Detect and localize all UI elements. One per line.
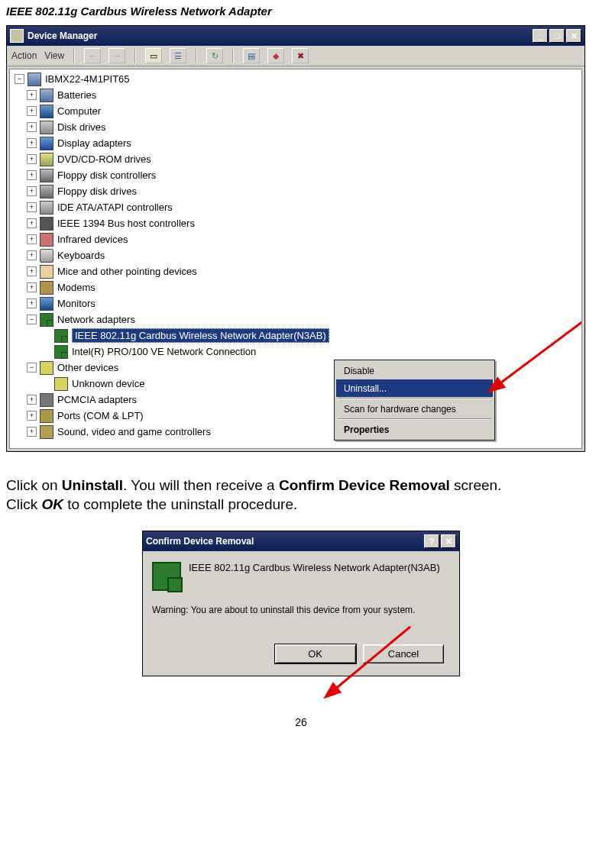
expand-icon[interactable]: +	[27, 234, 37, 244]
menu-action[interactable]: Action	[11, 50, 37, 61]
display-icon	[40, 137, 53, 150]
tree-item-label: Sound, video and game controllers	[57, 426, 211, 437]
warning-text: Warning: You are about to uninstall this…	[152, 605, 450, 615]
tree-item[interactable]: +Floppy disk controllers	[10, 167, 581, 183]
tree-item[interactable]: +DVD/CD-ROM drives	[10, 151, 581, 167]
confirm-device-removal-dialog: Confirm Device Removal ? ✕ IEEE 802.11g …	[142, 531, 460, 676]
toolbar-icon[interactable]: ▤	[243, 48, 260, 63]
tree-item[interactable]: +Ports (COM & LPT)	[10, 408, 581, 424]
battery-icon	[40, 89, 53, 102]
expand-icon[interactable]: +	[27, 411, 37, 421]
toolbar-icon[interactable]: ✖	[292, 48, 309, 63]
help-button[interactable]: ?	[424, 534, 439, 548]
tree-item[interactable]: +Infrared devices	[10, 231, 581, 247]
device-name-label: IEEE 802.11g Cardbus Wireless Network Ad…	[189, 562, 440, 573]
menu-item-properties[interactable]: Properties	[336, 421, 493, 438]
mouse-icon	[40, 265, 53, 279]
computer-icon	[28, 73, 41, 86]
device-tree: − IBMX22-4M1PIT65 +Batteries +Computer +…	[9, 69, 582, 449]
tree-item[interactable]: +Monitors	[10, 295, 581, 311]
computer-icon	[40, 105, 53, 118]
menu-item-scan[interactable]: Scan for hardware changes	[336, 400, 493, 418]
tree-item-label: Mice and other pointing devices	[57, 266, 197, 277]
device-manager-window: Device Manager _ □ ✕ Action View ← → ▭ ☰…	[6, 25, 585, 452]
tree-item[interactable]: +Display adapters	[10, 135, 581, 151]
tree-item-label: Keyboards	[57, 250, 105, 261]
port-icon	[40, 409, 53, 423]
disk-icon	[40, 121, 53, 134]
tree-root[interactable]: − IBMX22-4M1PIT65	[10, 71, 581, 87]
expand-icon[interactable]: +	[27, 427, 37, 437]
tree-item[interactable]: +Mice and other pointing devices	[10, 263, 581, 279]
expand-icon[interactable]: +	[27, 170, 37, 180]
nav-back-button[interactable]: ←	[84, 48, 101, 63]
expand-icon[interactable]: +	[27, 186, 37, 196]
tree-item[interactable]: +Disk drives	[10, 119, 581, 135]
minimize-button[interactable]: _	[533, 29, 548, 43]
expand-icon[interactable]: +	[27, 395, 37, 405]
sound-icon	[40, 425, 53, 439]
nav-forward-button[interactable]: →	[108, 48, 125, 63]
tree-item-label: Computer	[57, 105, 101, 117]
dialog-title: Confirm Device Removal	[146, 536, 254, 547]
expand-icon[interactable]: +	[27, 266, 37, 276]
menu-item-uninstall[interactable]: Uninstall...	[336, 379, 493, 397]
expand-icon[interactable]: +	[27, 202, 37, 212]
monitor-icon	[40, 297, 53, 311]
toolbar-icon[interactable]: ◆	[267, 48, 284, 63]
menu-separator	[338, 398, 491, 399]
expand-icon[interactable]: +	[27, 106, 37, 116]
ok-button[interactable]: OK	[275, 644, 356, 663]
window-title: Device Manager	[28, 31, 97, 41]
instruction-text: Click on Uninstall. You will then receiv…	[6, 476, 596, 514]
tree-item[interactable]: +Sound, video and game controllers	[10, 424, 581, 440]
unknown-icon	[54, 377, 68, 391]
tree-item[interactable]: +PCMCIA adapters	[10, 392, 581, 408]
expand-icon[interactable]: +	[27, 250, 37, 260]
close-button[interactable]: ✕	[441, 534, 456, 548]
dialog-titlebar: Confirm Device Removal ? ✕	[143, 531, 459, 551]
menu-view[interactable]: View	[44, 50, 64, 61]
expand-icon[interactable]: +	[27, 90, 37, 100]
refresh-button[interactable]: ↻	[206, 48, 223, 63]
tree-item-label: Floppy disk controllers	[57, 169, 156, 181]
toolbar-icon[interactable]: ☰	[170, 48, 186, 63]
expand-icon[interactable]: +	[27, 138, 37, 148]
expand-icon[interactable]: +	[27, 282, 37, 292]
collapse-icon[interactable]: −	[27, 363, 37, 373]
collapse-icon[interactable]: −	[15, 74, 24, 84]
menu-separator	[338, 418, 491, 420]
tree-item[interactable]: +Floppy disk drives	[10, 183, 581, 199]
tree-item-network-adapters[interactable]: −Network adapters	[10, 311, 581, 328]
tree-item-label: DVD/CD-ROM drives	[57, 153, 151, 165]
tree-item[interactable]: +Batteries	[10, 87, 581, 103]
tree-item[interactable]: +Computer	[10, 103, 581, 119]
bus-icon	[40, 217, 53, 231]
tree-item-other-devices[interactable]: −Other devices	[10, 360, 581, 376]
close-button[interactable]: ✕	[566, 29, 581, 43]
tree-item-label: Disk drives	[57, 121, 106, 133]
toolbar-icon[interactable]: ▭	[145, 48, 162, 63]
tree-item-label: PCMCIA adapters	[57, 394, 137, 405]
expand-icon[interactable]: +	[27, 154, 37, 164]
tree-item-label: Floppy disk drives	[57, 186, 137, 197]
cancel-button[interactable]: Cancel	[363, 644, 444, 663]
expand-icon[interactable]: +	[27, 122, 37, 132]
collapse-icon[interactable]: −	[27, 315, 37, 324]
modem-icon	[40, 281, 53, 295]
tree-item-selected-adapter[interactable]: IEEE 802.11g Cardbus Wireless Network Ad…	[10, 328, 581, 344]
tree-item[interactable]: +IEEE 1394 Bus host controllers	[10, 215, 581, 231]
network-adapter-icon	[152, 562, 181, 591]
context-menu: Disable Uninstall... Scan for hardware c…	[334, 360, 495, 440]
tree-item[interactable]: +IDE ATA/ATAPI controllers	[10, 199, 581, 215]
expand-icon[interactable]: +	[27, 298, 37, 308]
menu-item-disable[interactable]: Disable	[336, 362, 493, 379]
expand-icon[interactable]: +	[27, 218, 37, 228]
tree-item-label: Batteries	[57, 89, 96, 101]
tree-item[interactable]: Intel(R) PRO/100 VE Network Connection	[10, 344, 581, 360]
tree-item[interactable]: Unknown device	[10, 376, 581, 392]
tree-item[interactable]: +Modems	[10, 279, 581, 295]
tree-item[interactable]: +Keyboards	[10, 247, 581, 263]
maximize-button[interactable]: □	[549, 29, 565, 43]
ide-icon	[40, 201, 53, 215]
